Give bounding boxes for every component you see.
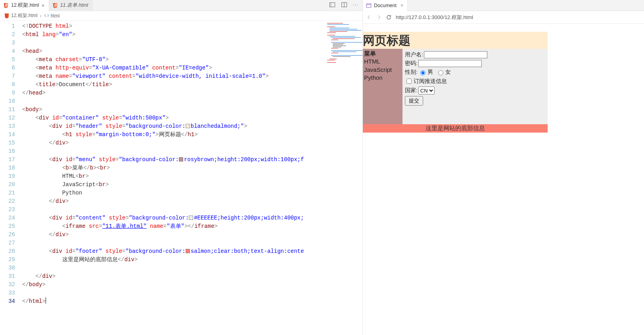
preview-toolbar: http://127.0.0.1:3000/12.框架.html	[363, 11, 644, 24]
svg-rect-1	[330, 3, 332, 7]
page-footer: 这里是网站的底部信息	[363, 124, 548, 133]
chevron-right-icon: ›	[40, 13, 42, 19]
password-label: 密码:	[405, 60, 418, 67]
preview-tab-label: Document	[374, 3, 397, 8]
code-icon	[44, 13, 49, 18]
menu-item: HTML	[364, 58, 380, 65]
country-label: 国家:	[405, 87, 418, 94]
split-right-icon[interactable]	[341, 2, 347, 9]
country-select[interactable]: CN	[418, 87, 435, 94]
subscribe-checkbox[interactable]	[406, 79, 412, 84]
gender-female-label: 女	[445, 69, 451, 76]
close-icon[interactable]: ×	[401, 3, 403, 8]
gender-male-radio[interactable]	[420, 70, 426, 75]
tab-11-form[interactable]: 11.表单.html	[49, 0, 92, 11]
username-input[interactable]	[424, 51, 487, 58]
html5-icon	[52, 3, 58, 8]
menu-heading: 菜单	[364, 50, 376, 57]
tab-label: 12.框架.html	[11, 2, 39, 9]
editor-tabs: 12.框架.html × 11.表单.html ···	[0, 0, 362, 11]
gender-female-radio[interactable]	[438, 70, 443, 75]
tab-12-frame[interactable]: 12.框架.html ×	[0, 0, 49, 11]
breadcrumb-file[interactable]: 12.框架.html	[4, 12, 38, 19]
password-input[interactable]	[418, 60, 482, 67]
minimap[interactable]	[325, 21, 362, 335]
back-icon[interactable]	[366, 14, 372, 20]
preview-tabs: Document ×	[363, 0, 644, 11]
page-content: 用户名: 密码: 性别: 男 女	[402, 49, 548, 124]
rendered-page: 网页标题 菜单 HTML JavaScript Python 用户名:	[363, 24, 644, 133]
breadcrumb-node[interactable]: html	[44, 13, 60, 19]
page-title: 网页标题	[363, 32, 548, 49]
more-icon[interactable]: ···	[353, 2, 358, 9]
code-editor[interactable]: 1<!DOCTYPE html>2<html lang="en">34<head…	[0, 21, 362, 335]
preview-tab[interactable]: Document ×	[363, 0, 408, 11]
breadcrumb: 12.框架.html › html	[0, 11, 362, 21]
gender-label: 性别:	[405, 69, 418, 76]
gender-male-label: 男	[427, 69, 433, 76]
menu-item: JavaScript	[364, 66, 392, 73]
username-label: 用户名:	[405, 51, 423, 58]
reload-icon[interactable]	[386, 14, 392, 20]
editor-pane: 12.框架.html × 11.表单.html ··· 12.框架.html ›…	[0, 0, 363, 335]
submit-button[interactable]: 提交	[405, 96, 423, 106]
page-header: 网页标题	[363, 32, 548, 49]
preview-pane: Document × http://127.0.0.1:3000/12.框架.h…	[363, 0, 644, 335]
preview-url[interactable]: http://127.0.0.1:3000/12.框架.html	[396, 14, 641, 21]
split-left-icon[interactable]	[329, 2, 335, 9]
tab-label: 11.表单.html	[60, 2, 88, 9]
preview-icon	[366, 3, 372, 8]
svg-rect-4	[366, 4, 371, 8]
html5-icon	[3, 3, 9, 8]
forward-icon[interactable]	[376, 14, 382, 20]
close-icon[interactable]: ×	[41, 3, 44, 8]
html5-icon	[4, 13, 10, 19]
page-menu: 菜单 HTML JavaScript Python	[363, 49, 402, 124]
menu-item: Python	[364, 74, 383, 81]
subscribe-label: 订阅推送信息	[414, 78, 447, 85]
